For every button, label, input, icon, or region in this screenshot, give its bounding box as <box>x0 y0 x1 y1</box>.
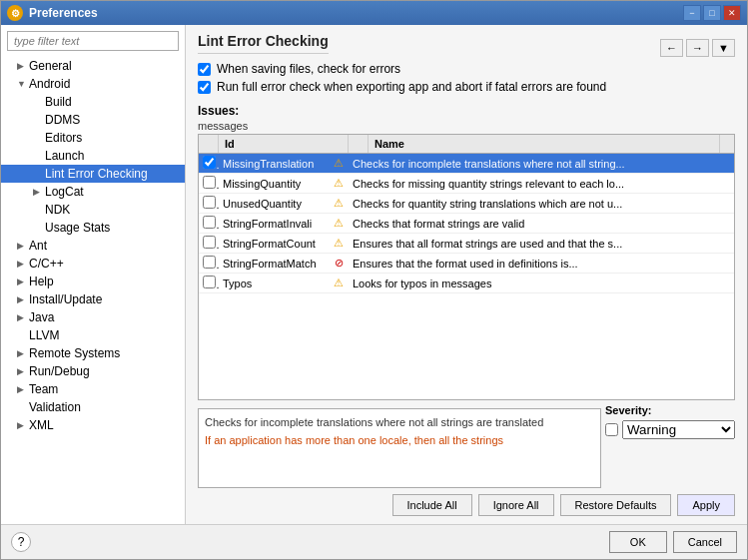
row-icon: ⚠ <box>329 275 349 291</box>
tree-arrow: ▶ <box>17 294 27 304</box>
row-icon: ⚠ <box>329 235 349 252</box>
row-checkbox[interactable] <box>203 276 216 288</box>
forward-button[interactable]: → <box>686 39 709 57</box>
sidebar-item-label: Java <box>29 310 54 324</box>
row-name: Checks for incomplete translations where… <box>349 156 734 172</box>
apply-button[interactable]: Apply <box>677 494 735 516</box>
table-row[interactable]: StringFormatInvali ⚠ Checks that format … <box>199 214 734 234</box>
dialog-title: Preferences <box>29 6 677 20</box>
desc-container: Checks for incomplete translations where… <box>198 404 601 488</box>
row-name: Ensures that the format used in definiti… <box>349 256 734 272</box>
sidebar-item-launch[interactable]: Launch <box>1 147 185 165</box>
sidebar-item-label: Ant <box>29 239 47 253</box>
sidebar-item-build[interactable]: Build <box>1 93 185 111</box>
tree-arrow: ▶ <box>33 187 43 197</box>
desc-severity-row: Checks for incomplete translations where… <box>198 404 735 488</box>
row-name: Checks that format strings are valid <box>349 216 734 232</box>
sidebar-item-validation[interactable]: Validation <box>1 398 185 416</box>
sidebar-item-general[interactable]: ▶General <box>1 57 185 75</box>
sidebar-item-logcat[interactable]: ▶LogCat <box>1 183 185 201</box>
sidebar-item-ant[interactable]: ▶Ant <box>1 237 185 255</box>
row-checkbox[interactable] <box>203 256 216 269</box>
sidebar-item-label: Install/Update <box>29 292 102 306</box>
table-row[interactable]: MissingTranslation ⚠ Checks for incomple… <box>199 154 734 174</box>
sidebar-item-lint[interactable]: Lint Error Checking <box>1 165 185 183</box>
sidebar-item-team[interactable]: ▶Team <box>1 380 185 398</box>
sidebar-item-android[interactable]: ▼Android <box>1 75 185 93</box>
severity-check[interactable] <box>605 423 618 436</box>
row-id: UnusedQuantity <box>219 196 329 212</box>
close-button[interactable]: ✕ <box>723 5 741 21</box>
sidebar-item-label: Validation <box>29 400 81 414</box>
search-input[interactable] <box>7 31 179 51</box>
help-button[interactable]: ? <box>11 532 31 552</box>
row-checkbox[interactable] <box>203 236 216 249</box>
footer-buttons: OK Cancel <box>609 531 737 553</box>
save-check[interactable] <box>198 63 211 76</box>
save-label: When saving files, check for errors <box>217 62 400 76</box>
row-name: Checks for quantity string translations … <box>349 196 734 212</box>
row-checkbox[interactable] <box>203 216 216 229</box>
sidebar-item-label: Team <box>29 382 58 396</box>
issues-table: Id Name MissingTranslation ⚠ Checks for … <box>198 134 735 400</box>
sidebar-item-cpp[interactable]: ▶C/C++ <box>1 255 185 273</box>
table-row[interactable]: UnusedQuantity ⚠ Checks for quantity str… <box>199 194 734 214</box>
sidebar-item-rundebug[interactable]: ▶Run/Debug <box>1 362 185 380</box>
row-checkbox[interactable] <box>203 196 216 209</box>
sidebar-item-ndk[interactable]: NDK <box>1 201 185 219</box>
row-icon: ⚠ <box>329 155 349 172</box>
row-check <box>199 154 219 173</box>
tree-arrow: ▶ <box>17 420 27 430</box>
th-name: Name <box>369 135 720 153</box>
restore-defaults-button[interactable]: Restore Defaults <box>560 494 672 516</box>
severity-select[interactable]: IgnoreWarningErrorFatal <box>622 420 735 439</box>
window-controls: − □ ✕ <box>683 5 741 21</box>
sidebar-item-llvm[interactable]: LLVM <box>1 326 185 344</box>
dropdown-button[interactable]: ▼ <box>712 39 735 57</box>
cancel-button[interactable]: Cancel <box>673 531 737 553</box>
ignore-all-button[interactable]: Ignore All <box>478 494 554 516</box>
row-icon: ⚠ <box>329 195 349 212</box>
export-check[interactable] <box>198 81 211 94</box>
sidebar-item-java[interactable]: ▶Java <box>1 308 185 326</box>
row-id: StringFormatMatch <box>219 256 329 272</box>
sidebar-item-install[interactable]: ▶Install/Update <box>1 290 185 308</box>
description-text: Checks for incomplete translations where… <box>205 415 594 430</box>
table-row[interactable]: StringFormatCount ⚠ Ensures that all for… <box>199 234 734 254</box>
sidebar-item-usagestats[interactable]: Usage Stats <box>1 219 185 237</box>
ok-button[interactable]: OK <box>609 531 667 553</box>
export-label: Run full error check when exporting app … <box>217 80 606 94</box>
tree-arrow: ▶ <box>17 348 27 358</box>
sidebar-item-label: LogCat <box>45 185 84 199</box>
table-row[interactable]: Typos ⚠ Looks for typos in messages <box>199 274 734 293</box>
sidebar-item-label: Editors <box>45 131 82 145</box>
checkbox-row-2: Run full error check when exporting app … <box>198 80 735 94</box>
sidebar-item-xml[interactable]: ▶XML <box>1 416 185 434</box>
severity-label: Severity: <box>605 404 735 416</box>
row-check <box>199 234 219 253</box>
include-all-button[interactable]: Include All <box>392 494 472 516</box>
table-row[interactable]: StringFormatMatch ⊘ Ensures that the for… <box>199 254 734 274</box>
sidebar-item-help[interactable]: ▶Help <box>1 273 185 290</box>
row-check <box>199 254 219 273</box>
tree-arrow: ▶ <box>17 61 27 71</box>
row-check <box>199 174 219 193</box>
issues-left: Id Name MissingTranslation ⚠ Checks for … <box>198 134 735 516</box>
sidebar-item-label: Run/Debug <box>29 364 90 378</box>
row-checkbox[interactable] <box>203 156 216 169</box>
messages-label: messages <box>198 120 735 132</box>
sidebar-item-editors[interactable]: Editors <box>1 129 185 147</box>
row-checkbox[interactable] <box>203 176 216 189</box>
tree-arrow: ▼ <box>17 79 27 89</box>
row-id: StringFormatCount <box>219 236 329 252</box>
sidebar-item-ddms[interactable]: DDMS <box>1 111 185 129</box>
panel-title: Lint Error Checking <box>198 33 329 54</box>
maximize-button[interactable]: □ <box>703 5 721 21</box>
back-button[interactable]: ← <box>660 39 683 57</box>
th-id: Id <box>219 135 349 153</box>
minimize-button[interactable]: − <box>683 5 701 21</box>
sidebar-item-label: XML <box>29 418 54 432</box>
sidebar-item-remote[interactable]: ▶Remote Systems <box>1 344 185 362</box>
table-row[interactable]: MissingQuantity ⚠ Checks for missing qua… <box>199 174 734 194</box>
sidebar-item-label: NDK <box>45 203 70 217</box>
